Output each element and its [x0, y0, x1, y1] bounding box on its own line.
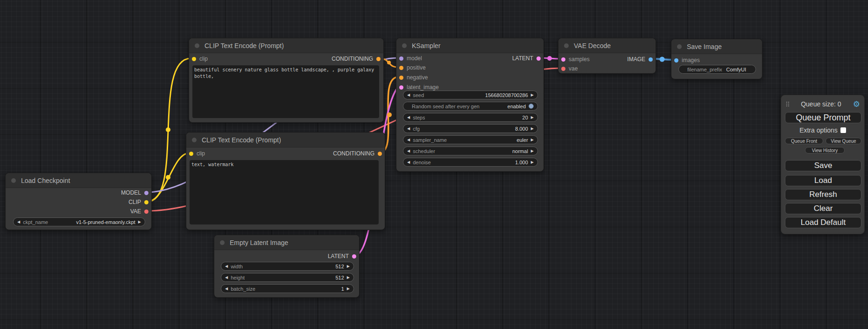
increment-icon[interactable]: ▶ — [531, 127, 534, 131]
batch-size-widget[interactable]: ◀ batch_size 1 ▶ — [221, 284, 354, 293]
node-title-bar[interactable]: Load Checkpoint — [6, 173, 151, 188]
increment-icon[interactable]: ▶ — [531, 149, 534, 153]
node-title-bar[interactable]: VAE Decode — [558, 38, 656, 53]
gear-icon[interactable]: ⚙ — [853, 100, 860, 108]
increment-icon[interactable]: ▶ — [347, 287, 350, 291]
clip-slot-dot[interactable] — [189, 152, 193, 156]
decrement-icon[interactable]: ◀ — [225, 265, 228, 268]
latent-slot-dot[interactable] — [561, 57, 565, 62]
increment-icon[interactable]: ▶ — [347, 265, 350, 268]
clear-button[interactable]: Clear — [785, 203, 861, 214]
node-title-bar[interactable]: Save Image — [671, 39, 762, 54]
load-button[interactable]: Load — [785, 175, 861, 186]
denoise-widget[interactable]: ◀ denoise 1.000 ▶ — [403, 158, 538, 167]
conditioning-slot-dot[interactable] — [376, 57, 381, 61]
collapse-dot[interactable] — [195, 43, 199, 48]
decrement-icon[interactable]: ◀ — [225, 276, 228, 280]
queue-front-button[interactable]: Queue Front — [785, 138, 823, 144]
refresh-button[interactable]: Refresh — [785, 189, 861, 200]
input-slot-samples[interactable]: samples — [561, 55, 590, 64]
positive-prompt-textarea[interactable]: beautiful scenery nature glass bottle la… — [192, 65, 379, 118]
output-slot-conditioning[interactable]: CONDITIONING — [333, 149, 382, 158]
node-title-bar[interactable]: CLIP Text Encode (Prompt) — [186, 133, 385, 147]
input-slot-positive[interactable]: positive — [399, 63, 426, 72]
decrement-icon[interactable]: ◀ — [407, 138, 410, 142]
cfg-widget[interactable]: ◀ cfg 8.000 ▶ — [403, 124, 538, 133]
input-slot-images[interactable]: images — [674, 56, 700, 65]
model-slot-dot[interactable] — [144, 191, 148, 195]
increment-icon[interactable]: ▶ — [531, 138, 534, 142]
conditioning-slot-dot[interactable] — [378, 152, 382, 156]
increment-icon[interactable]: ▶ — [138, 220, 141, 224]
view-queue-button[interactable]: View Queue — [826, 138, 861, 144]
collapse-dot[interactable] — [192, 138, 197, 142]
extra-options-checkbox[interactable] — [840, 127, 846, 133]
node-save-image[interactable]: Save Image images filename_prefix ComfyU… — [671, 39, 762, 79]
node-clip-text-encode-positive[interactable]: CLIP Text Encode (Prompt) clip CONDITION… — [189, 38, 384, 123]
decrement-icon[interactable]: ◀ — [225, 287, 228, 291]
collapse-dot[interactable] — [402, 43, 407, 48]
node-empty-latent-image[interactable]: Empty Latent Image LATENT ◀ width 512 ▶ … — [214, 235, 360, 298]
sampler-name-widget[interactable]: ◀ sampler_name euler ▶ — [403, 135, 538, 144]
decrement-icon[interactable]: ◀ — [407, 149, 410, 153]
image-slot-dot[interactable] — [674, 58, 678, 63]
save-button[interactable]: Save — [785, 160, 861, 171]
seed-widget[interactable]: ◀ seed 156680208700286 ▶ — [403, 91, 538, 99]
load-default-button[interactable]: Load Default — [785, 217, 861, 228]
width-widget[interactable]: ◀ width 512 ▶ — [221, 262, 354, 271]
node-title-bar[interactable]: KSampler — [396, 38, 543, 53]
collapse-dot[interactable] — [220, 240, 225, 245]
clip-slot-dot[interactable] — [144, 200, 148, 204]
output-slot-conditioning[interactable]: CONDITIONING — [332, 54, 381, 63]
output-slot-vae[interactable]: VAE — [130, 207, 148, 216]
input-slot-clip[interactable]: clip — [189, 149, 205, 158]
increment-icon[interactable]: ▶ — [347, 276, 350, 280]
output-slot-latent[interactable]: LATENT — [512, 54, 541, 63]
image-slot-dot[interactable] — [649, 57, 653, 62]
latent-slot-dot[interactable] — [399, 85, 403, 90]
vae-slot-dot[interactable] — [561, 67, 565, 71]
conditioning-slot-dot[interactable] — [399, 76, 403, 80]
scheduler-widget[interactable]: ◀ scheduler normal ▶ — [403, 147, 538, 155]
collapse-dot[interactable] — [564, 43, 569, 48]
model-slot-dot[interactable] — [399, 56, 403, 61]
node-clip-text-encode-negative[interactable]: CLIP Text Encode (Prompt) clip CONDITION… — [186, 132, 385, 230]
queue-prompt-button[interactable]: Queue Prompt — [785, 112, 861, 123]
decrement-icon[interactable]: ◀ — [407, 116, 410, 119]
collapse-dot[interactable] — [11, 178, 16, 183]
decrement-icon[interactable]: ◀ — [407, 127, 410, 131]
output-slot-clip[interactable]: CLIP — [128, 197, 148, 207]
collapse-dot[interactable] — [677, 44, 682, 49]
steps-widget[interactable]: ◀ steps 20 ▶ — [403, 113, 538, 122]
node-ksampler[interactable]: KSampler model positive negative latent_… — [396, 38, 544, 172]
ckpt-name-widget[interactable]: ◀ ckpt_name v1-5-pruned-emaonly.ckpt ▶ — [13, 217, 145, 226]
view-history-button[interactable]: View History — [805, 147, 845, 154]
increment-icon[interactable]: ▶ — [531, 93, 534, 97]
conditioning-slot-dot[interactable] — [399, 66, 403, 70]
latent-slot-dot[interactable] — [536, 56, 541, 61]
decrement-icon[interactable]: ◀ — [407, 161, 410, 164]
filename-prefix-widget[interactable]: filename_prefix ComfyUI — [678, 65, 756, 74]
node-vae-decode[interactable]: VAE Decode samples vae IMAGE — [558, 38, 656, 74]
output-slot-image[interactable]: IMAGE — [627, 55, 653, 64]
vae-slot-dot[interactable] — [144, 210, 148, 214]
input-slot-clip[interactable]: clip — [192, 54, 208, 63]
node-title-bar[interactable]: Empty Latent Image — [214, 235, 359, 250]
clip-slot-dot[interactable] — [192, 57, 196, 61]
increment-icon[interactable]: ▶ — [531, 116, 534, 119]
decrement-icon[interactable]: ◀ — [407, 93, 410, 97]
increment-icon[interactable]: ▶ — [531, 161, 534, 164]
input-slot-vae[interactable]: vae — [561, 64, 578, 73]
input-slot-negative[interactable]: negative — [399, 73, 428, 82]
comfyui-canvas[interactable]: { "colors": { "canvas_bg": "#1f2023", "n… — [0, 0, 868, 329]
decrement-icon[interactable]: ◀ — [17, 220, 20, 224]
negative-prompt-textarea[interactable]: text, watermark — [190, 160, 379, 224]
latent-slot-dot[interactable] — [352, 254, 356, 259]
output-slot-latent[interactable]: LATENT — [328, 252, 356, 261]
height-widget[interactable]: ◀ height 512 ▶ — [221, 273, 354, 282]
random-seed-toggle[interactable]: Random seed after every gen enabled — [403, 102, 538, 111]
toggle-on-icon[interactable] — [529, 104, 534, 109]
input-slot-model[interactable]: model — [399, 54, 422, 63]
queue-panel[interactable]: Queue size: 0 ⚙ Queue Prompt Extra optio… — [781, 95, 865, 234]
node-load-checkpoint[interactable]: Load Checkpoint MODEL CLIP VAE ◀ ckpt_na… — [5, 173, 152, 230]
